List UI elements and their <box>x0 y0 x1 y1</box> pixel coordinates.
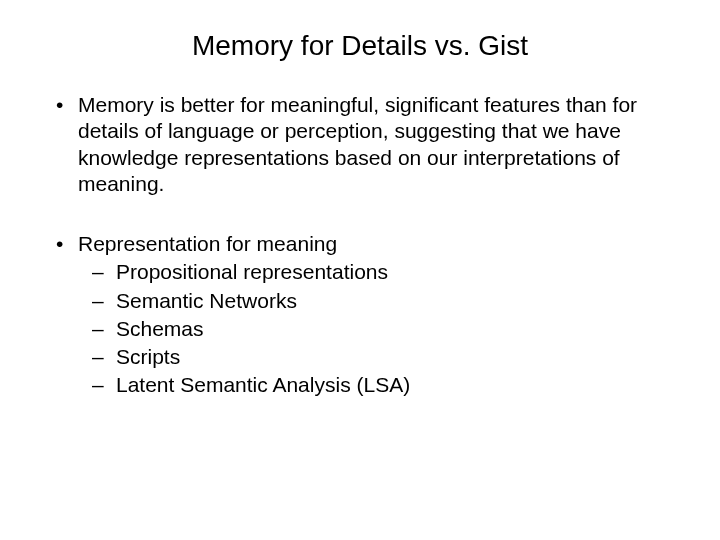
sub-bullet-text: Latent Semantic Analysis (LSA) <box>116 373 410 396</box>
sub-bullet-list: Propositional representations Semantic N… <box>78 259 670 398</box>
slide: Memory for Details vs. Gist Memory is be… <box>0 0 720 540</box>
sub-bullet-item: Semantic Networks <box>78 288 670 314</box>
bullet-item: Memory is better for meaningful, signifi… <box>50 92 670 197</box>
bullet-text: Representation for meaning <box>78 232 337 255</box>
sub-bullet-item: Schemas <box>78 316 670 342</box>
bullet-text: Memory is better for meaningful, signifi… <box>78 93 637 195</box>
sub-bullet-text: Scripts <box>116 345 180 368</box>
sub-bullet-text: Semantic Networks <box>116 289 297 312</box>
sub-bullet-item: Latent Semantic Analysis (LSA) <box>78 372 670 398</box>
sub-bullet-item: Scripts <box>78 344 670 370</box>
bullet-item: Representation for meaning Propositional… <box>50 231 670 399</box>
sub-bullet-text: Schemas <box>116 317 204 340</box>
slide-title: Memory for Details vs. Gist <box>50 30 670 62</box>
sub-bullet-item: Propositional representations <box>78 259 670 285</box>
bullet-list: Memory is better for meaningful, signifi… <box>50 92 670 399</box>
sub-bullet-text: Propositional representations <box>116 260 388 283</box>
